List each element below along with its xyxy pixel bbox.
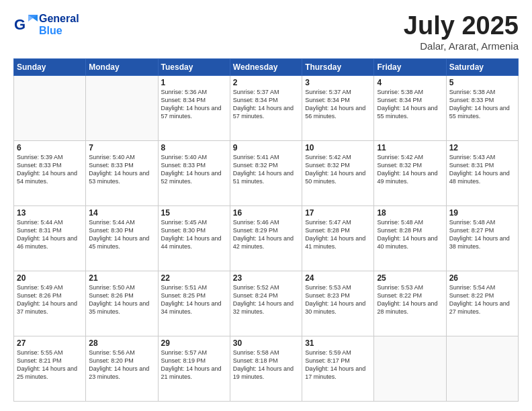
calendar-week-4: 20Sunrise: 5:49 AM Sunset: 8:26 PM Dayli…: [14, 271, 519, 336]
calendar-cell: 7Sunrise: 5:40 AM Sunset: 8:33 PM Daylig…: [86, 140, 158, 205]
logo-icon: G: [13, 12, 39, 38]
day-info: Sunrise: 5:48 AM Sunset: 8:28 PM Dayligh…: [377, 218, 443, 251]
day-info: Sunrise: 5:53 AM Sunset: 8:23 PM Dayligh…: [305, 283, 371, 316]
day-info: Sunrise: 5:59 AM Sunset: 8:17 PM Dayligh…: [305, 349, 371, 381]
calendar-cell: 9Sunrise: 5:41 AM Sunset: 8:32 PM Daylig…: [230, 140, 302, 205]
calendar-cell: 19Sunrise: 5:48 AM Sunset: 8:27 PM Dayli…: [446, 205, 518, 271]
logo: G General Blue: [13, 12, 79, 38]
calendar-cell: 12Sunrise: 5:43 AM Sunset: 8:31 PM Dayli…: [446, 140, 518, 205]
day-number: 28: [89, 338, 154, 348]
day-number: 26: [449, 273, 515, 283]
weekday-header-thursday: Thursday: [302, 58, 374, 75]
calendar-cell: 4Sunrise: 5:38 AM Sunset: 8:34 PM Daylig…: [374, 75, 446, 140]
day-number: 24: [305, 273, 371, 283]
calendar-cell: 31Sunrise: 5:59 AM Sunset: 8:17 PM Dayli…: [302, 336, 374, 401]
calendar-week-5: 27Sunrise: 5:55 AM Sunset: 8:21 PM Dayli…: [14, 336, 519, 401]
calendar-week-3: 13Sunrise: 5:44 AM Sunset: 8:31 PM Dayli…: [14, 205, 519, 271]
calendar-cell: 6Sunrise: 5:39 AM Sunset: 8:33 PM Daylig…: [14, 140, 86, 205]
location: Dalar, Ararat, Armenia: [404, 40, 519, 52]
day-info: Sunrise: 5:44 AM Sunset: 8:30 PM Dayligh…: [89, 218, 154, 251]
day-info: Sunrise: 5:45 AM Sunset: 8:30 PM Dayligh…: [161, 218, 227, 251]
day-number: 9: [233, 143, 299, 152]
day-number: 18: [377, 208, 443, 218]
calendar-cell: 1Sunrise: 5:36 AM Sunset: 8:34 PM Daylig…: [158, 75, 230, 140]
calendar-cell: [446, 336, 518, 401]
day-info: Sunrise: 5:51 AM Sunset: 8:25 PM Dayligh…: [161, 283, 227, 316]
day-info: Sunrise: 5:39 AM Sunset: 8:33 PM Dayligh…: [17, 153, 83, 186]
day-info: Sunrise: 5:57 AM Sunset: 8:19 PM Dayligh…: [161, 349, 227, 381]
day-number: 2: [233, 78, 299, 87]
day-info: Sunrise: 5:58 AM Sunset: 8:18 PM Dayligh…: [233, 349, 299, 381]
day-number: 13: [17, 208, 83, 218]
calendar-cell: 17Sunrise: 5:47 AM Sunset: 8:28 PM Dayli…: [302, 205, 374, 271]
title-block: July 2025 Dalar, Ararat, Armenia: [404, 12, 519, 52]
calendar-cell: 24Sunrise: 5:53 AM Sunset: 8:23 PM Dayli…: [302, 271, 374, 336]
page: G General Blue: [0, 0, 532, 411]
day-info: Sunrise: 5:36 AM Sunset: 8:34 PM Dayligh…: [161, 88, 227, 121]
calendar-cell: 14Sunrise: 5:44 AM Sunset: 8:30 PM Dayli…: [86, 205, 158, 271]
day-info: Sunrise: 5:49 AM Sunset: 8:26 PM Dayligh…: [17, 283, 83, 316]
day-number: 3: [305, 78, 371, 87]
calendar-cell: 2Sunrise: 5:37 AM Sunset: 8:34 PM Daylig…: [230, 75, 302, 140]
day-number: 19: [449, 208, 515, 218]
weekday-header-tuesday: Tuesday: [158, 58, 230, 75]
day-number: 12: [449, 143, 515, 152]
calendar-cell: 28Sunrise: 5:56 AM Sunset: 8:20 PM Dayli…: [86, 336, 158, 401]
calendar-cell: 25Sunrise: 5:53 AM Sunset: 8:22 PM Dayli…: [374, 271, 446, 336]
day-info: Sunrise: 5:40 AM Sunset: 8:33 PM Dayligh…: [89, 153, 154, 186]
day-info: Sunrise: 5:43 AM Sunset: 8:31 PM Dayligh…: [449, 153, 515, 186]
calendar-cell: 13Sunrise: 5:44 AM Sunset: 8:31 PM Dayli…: [14, 205, 86, 271]
day-info: Sunrise: 5:50 AM Sunset: 8:26 PM Dayligh…: [89, 283, 154, 316]
day-number: 23: [233, 273, 299, 283]
calendar-cell: 10Sunrise: 5:42 AM Sunset: 8:32 PM Dayli…: [302, 140, 374, 205]
day-number: 5: [449, 78, 515, 87]
logo-general: General: [39, 13, 79, 24]
day-number: 20: [17, 273, 83, 283]
calendar-week-1: 1Sunrise: 5:36 AM Sunset: 8:34 PM Daylig…: [14, 75, 519, 140]
weekday-header-wednesday: Wednesday: [230, 58, 302, 75]
calendar-cell: 21Sunrise: 5:50 AM Sunset: 8:26 PM Dayli…: [86, 271, 158, 336]
day-number: 14: [89, 208, 154, 218]
calendar-cell: 27Sunrise: 5:55 AM Sunset: 8:21 PM Dayli…: [14, 336, 86, 401]
day-info: Sunrise: 5:37 AM Sunset: 8:34 PM Dayligh…: [233, 88, 299, 121]
day-info: Sunrise: 5:47 AM Sunset: 8:28 PM Dayligh…: [305, 218, 371, 251]
day-number: 25: [377, 273, 443, 283]
day-info: Sunrise: 5:56 AM Sunset: 8:20 PM Dayligh…: [89, 349, 154, 381]
weekday-header-row: SundayMondayTuesdayWednesdayThursdayFrid…: [14, 58, 519, 75]
day-info: Sunrise: 5:46 AM Sunset: 8:29 PM Dayligh…: [233, 218, 299, 251]
day-number: 17: [305, 208, 371, 218]
weekday-header-sunday: Sunday: [14, 58, 86, 75]
calendar-cell: 11Sunrise: 5:42 AM Sunset: 8:32 PM Dayli…: [374, 140, 446, 205]
weekday-header-monday: Monday: [86, 58, 158, 75]
day-info: Sunrise: 5:48 AM Sunset: 8:27 PM Dayligh…: [449, 218, 515, 251]
calendar-week-2: 6Sunrise: 5:39 AM Sunset: 8:33 PM Daylig…: [14, 140, 519, 205]
calendar-cell: [86, 75, 158, 140]
day-info: Sunrise: 5:42 AM Sunset: 8:32 PM Dayligh…: [377, 153, 443, 186]
day-number: 16: [233, 208, 299, 218]
day-number: 21: [89, 273, 154, 283]
weekday-header-friday: Friday: [374, 58, 446, 75]
calendar-cell: 15Sunrise: 5:45 AM Sunset: 8:30 PM Dayli…: [158, 205, 230, 271]
calendar-cell: 20Sunrise: 5:49 AM Sunset: 8:26 PM Dayli…: [14, 271, 86, 336]
day-info: Sunrise: 5:52 AM Sunset: 8:24 PM Dayligh…: [233, 283, 299, 316]
day-number: 11: [377, 143, 443, 152]
calendar-cell: 26Sunrise: 5:54 AM Sunset: 8:22 PM Dayli…: [446, 271, 518, 336]
day-info: Sunrise: 5:38 AM Sunset: 8:34 PM Dayligh…: [377, 88, 443, 121]
day-number: 27: [17, 338, 83, 348]
calendar-cell: 29Sunrise: 5:57 AM Sunset: 8:19 PM Dayli…: [158, 336, 230, 401]
calendar-table: SundayMondayTuesdayWednesdayThursdayFrid…: [13, 58, 519, 402]
day-number: 15: [161, 208, 227, 218]
day-info: Sunrise: 5:53 AM Sunset: 8:22 PM Dayligh…: [377, 283, 443, 316]
day-info: Sunrise: 5:55 AM Sunset: 8:21 PM Dayligh…: [17, 349, 83, 381]
calendar-cell: 22Sunrise: 5:51 AM Sunset: 8:25 PM Dayli…: [158, 271, 230, 336]
calendar-cell: 18Sunrise: 5:48 AM Sunset: 8:28 PM Dayli…: [374, 205, 446, 271]
day-number: 7: [89, 143, 154, 152]
calendar-cell: 23Sunrise: 5:52 AM Sunset: 8:24 PM Dayli…: [230, 271, 302, 336]
header: G General Blue: [13, 12, 519, 52]
day-number: 22: [161, 273, 227, 283]
day-number: 10: [305, 143, 371, 152]
day-number: 8: [161, 143, 227, 152]
day-info: Sunrise: 5:38 AM Sunset: 8:33 PM Dayligh…: [449, 88, 515, 121]
calendar-cell: [14, 75, 86, 140]
day-info: Sunrise: 5:40 AM Sunset: 8:33 PM Dayligh…: [161, 153, 227, 186]
